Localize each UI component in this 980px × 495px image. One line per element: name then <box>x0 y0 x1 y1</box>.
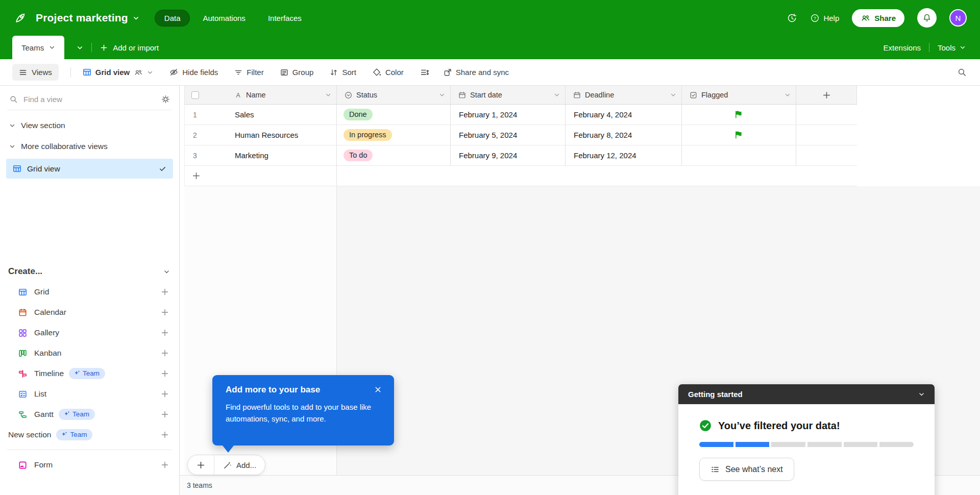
add-dot-dot-dot-button[interactable]: Add... <box>214 455 265 475</box>
hide-fields-button[interactable]: Hide fields <box>169 68 218 77</box>
tab-interfaces[interactable]: Interfaces <box>258 10 311 27</box>
getting-started-header[interactable]: Getting started <box>678 384 935 404</box>
filter-button[interactable]: Filter <box>234 68 263 77</box>
create-item-timeline[interactable]: Timeline Team <box>0 363 179 384</box>
plus-icon[interactable] <box>161 369 169 378</box>
column-header-deadline[interactable]: Deadline <box>566 86 682 104</box>
create-item-label: Form <box>34 460 53 469</box>
create-item-gallery[interactable]: Gallery <box>0 323 179 343</box>
sidebar-item-grid-view[interactable]: Grid view <box>6 159 173 179</box>
create-section-header[interactable]: Create... <box>8 266 170 277</box>
tab-data[interactable]: Data <box>155 10 190 27</box>
column-label: Name <box>246 91 266 99</box>
group-button[interactable]: Group <box>280 68 314 77</box>
sidebar-section-view-section[interactable]: View section <box>0 115 179 136</box>
find-a-view[interactable]: Find a view <box>7 89 172 110</box>
popup-tail <box>223 445 234 453</box>
tools-button[interactable]: Tools <box>938 43 966 52</box>
hide-fields-icon <box>169 68 178 77</box>
grid-view-icon <box>13 164 21 173</box>
add-row-plus-button[interactable] <box>188 455 214 475</box>
plus-icon[interactable] <box>161 431 169 439</box>
search-icon[interactable] <box>957 67 967 77</box>
cell-flagged[interactable] <box>682 145 796 165</box>
create-item-gantt[interactable]: Gantt Team <box>0 404 179 425</box>
table-list-expander[interactable] <box>77 44 83 51</box>
create-item-list[interactable]: List <box>0 384 179 404</box>
sort-label: Sort <box>342 68 356 77</box>
select-all-cell <box>185 86 227 104</box>
chevron-down-icon <box>49 44 55 51</box>
tab-automations[interactable]: Automations <box>193 10 255 27</box>
cell-name[interactable]: Sales <box>227 105 337 125</box>
column-header-name[interactable]: A Name <box>227 86 337 104</box>
table-row: 3 Marketing To do February 9, 2024 Febru… <box>184 145 857 166</box>
sidebar-section-more-collaborative-views[interactable]: More collaborative views <box>0 136 179 157</box>
plus-icon[interactable] <box>161 461 169 469</box>
sparkle-icon <box>61 431 67 438</box>
plus-icon[interactable] <box>161 288 169 296</box>
team-badge-label: Team <box>70 431 87 438</box>
chevron-down-icon[interactable] <box>918 391 925 398</box>
create-item-label: New section <box>8 430 51 439</box>
plus-icon[interactable] <box>161 308 169 316</box>
current-view-button[interactable]: Grid view <box>83 68 154 77</box>
create-item-form[interactable]: Form <box>0 455 179 475</box>
cell-status[interactable]: To do <box>337 145 451 165</box>
help-button[interactable]: ? Help <box>810 13 839 23</box>
table-tab-teams[interactable]: Teams <box>12 36 64 59</box>
gear-icon[interactable] <box>161 95 170 104</box>
plus-icon[interactable] <box>161 349 169 357</box>
column-header-flagged[interactable]: Flagged <box>682 86 796 104</box>
share-button[interactable]: Share <box>852 9 904 27</box>
share-and-sync-button[interactable]: Share and sync <box>444 68 509 77</box>
popup-title: Add more to your base <box>226 385 374 395</box>
cell-status[interactable]: Done <box>337 105 451 125</box>
column-header-start-date[interactable]: Start date <box>451 86 566 104</box>
cell-deadline[interactable]: February 12, 2024 <box>566 145 682 165</box>
cell-start-date[interactable]: February 5, 2024 <box>451 125 566 145</box>
column-header-status[interactable]: Status <box>337 86 451 104</box>
history-icon[interactable] <box>787 13 797 23</box>
row-height-button[interactable] <box>420 68 429 77</box>
add-record-button[interactable] <box>185 166 337 186</box>
plus-icon[interactable] <box>161 329 169 337</box>
cell-flagged[interactable] <box>682 105 796 125</box>
chevron-down-icon <box>133 15 139 21</box>
share-sync-icon <box>444 68 452 77</box>
create-item-grid[interactable]: Grid <box>0 282 179 302</box>
close-icon[interactable] <box>374 386 382 393</box>
cell-start-date[interactable]: February 9, 2024 <box>451 145 566 165</box>
search-icon <box>9 95 18 104</box>
avatar[interactable]: N <box>949 9 967 27</box>
add-field-button[interactable] <box>796 86 857 104</box>
plus-icon[interactable] <box>161 410 169 418</box>
cell-start-date[interactable]: February 1, 2024 <box>451 105 566 125</box>
select-all-checkbox[interactable] <box>191 91 199 99</box>
notifications-button[interactable] <box>917 8 937 28</box>
getting-started-title: Getting started <box>688 390 743 399</box>
single-select-field-icon <box>345 91 352 99</box>
create-item-kanban[interactable]: Kanban <box>0 343 179 363</box>
column-label: Status <box>356 91 377 99</box>
see-whats-next-button[interactable]: See what’s next <box>699 458 794 481</box>
plus-icon[interactable] <box>161 390 169 398</box>
chevron-down-icon <box>785 92 791 98</box>
cell-deadline[interactable]: February 4, 2024 <box>566 105 682 125</box>
extensions-button[interactable]: Extensions <box>884 43 921 52</box>
cell-flagged[interactable] <box>682 125 796 145</box>
sort-button[interactable]: Sort <box>330 68 356 77</box>
color-button[interactable]: Color <box>373 68 404 77</box>
row-number: 3 <box>185 145 227 165</box>
cell-deadline[interactable]: February 8, 2024 <box>566 125 682 145</box>
create-item-calendar[interactable]: Calendar <box>0 302 179 323</box>
cell-status[interactable]: In progress <box>337 125 451 145</box>
calendar-icon <box>18 308 28 317</box>
cell-name[interactable]: Marketing <box>227 145 337 165</box>
create-item-new-section[interactable]: New section Team <box>0 425 179 445</box>
cell-name[interactable]: Human Resources <box>227 125 337 145</box>
base-name-menu[interactable]: Project marketing <box>36 12 139 24</box>
views-button[interactable]: Views <box>12 64 59 81</box>
chevron-down-icon <box>325 92 331 98</box>
add-or-import-button[interactable]: Add or import <box>100 43 159 52</box>
